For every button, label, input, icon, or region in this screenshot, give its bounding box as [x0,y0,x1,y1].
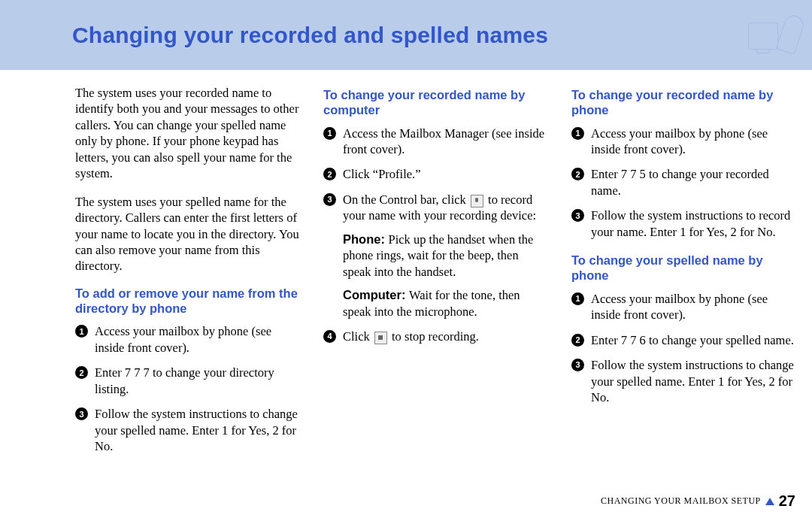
intro-paragraph-1: The system uses your recorded name to id… [75,85,301,182]
record-icon [471,195,483,207]
phone-label: Phone: [343,232,389,246]
triangle-icon [765,498,774,505]
step-text-prefix: On the Control bar, click [343,192,469,207]
column-2: To change your recorded name by computer… [323,85,549,463]
monitor-icon [748,23,778,50]
list-item: Follow the system instructions to record… [571,207,797,240]
heading-directory-phone: To add or remove your name from the dire… [75,286,301,317]
list-item: Access the Mailbox Manager (see inside f… [323,126,549,158]
header-icons [748,11,801,56]
column-1: The system uses your recorded name to id… [75,85,301,463]
list-item: Click to stop recording. [323,329,549,344]
list-item: Follow the system instructions to change… [75,406,301,454]
steps-recorded-phone: Access your mailbox by phone (see inside… [571,126,797,241]
sub-computer: Computer: Wait for the tone, then speak … [343,287,549,320]
list-item: Access your mailbox by phone (see inside… [75,323,301,356]
list-item: Follow the system instructions to change… [571,357,797,405]
stop-icon [374,332,387,344]
heading-recorded-phone: To change your recorded name by phone [571,88,797,118]
intro-paragraph-2: The system uses your spelled name for th… [75,194,301,274]
list-item: Click “Profile.” [323,166,549,182]
list-item: On the Control bar, click to record your… [323,192,549,320]
heading-spelled-phone: To change your spelled name by phone [571,253,797,283]
list-item: Enter 7 7 6 to change your spelled name. [571,332,797,348]
sub-phone: Phone: Pick up the handset when the phon… [343,232,549,280]
footer-section-label: CHANGING YOUR MAILBOX SETUP [601,495,761,507]
steps-recorded-computer: Access the Mailbox Manager (see inside f… [323,126,549,345]
page-footer: CHANGING YOUR MAILBOX SETUP 27 [601,492,795,510]
steps-directory-phone: Access your mailbox by phone (see inside… [75,323,301,454]
header-band: Changing your recorded and spelled names [0,0,812,70]
list-item: Enter 7 7 7 to change your directory lis… [75,365,301,397]
heading-recorded-computer: To change your recorded name by computer [323,88,549,118]
step-text-suffix: to stop recording. [389,329,479,344]
list-item: Access your mailbox by phone (see inside… [571,126,797,158]
page-number: 27 [779,492,795,510]
page-title: Changing your recorded and spelled names [72,23,548,48]
list-item: Enter 7 7 5 to change your recorded name… [571,166,797,198]
list-item: Access your mailbox by phone (see inside… [571,291,797,323]
intro-block: The system uses your recorded name to id… [75,85,301,274]
phone-handset-icon [776,13,806,55]
column-3: To change your recorded name by phone Ac… [571,85,797,463]
steps-spelled-phone: Access your mailbox by phone (see inside… [571,291,797,406]
computer-label: Computer: [343,288,409,301]
step-text-prefix: Click [343,329,373,344]
content-area: The system uses your recorded name to id… [0,70,812,463]
